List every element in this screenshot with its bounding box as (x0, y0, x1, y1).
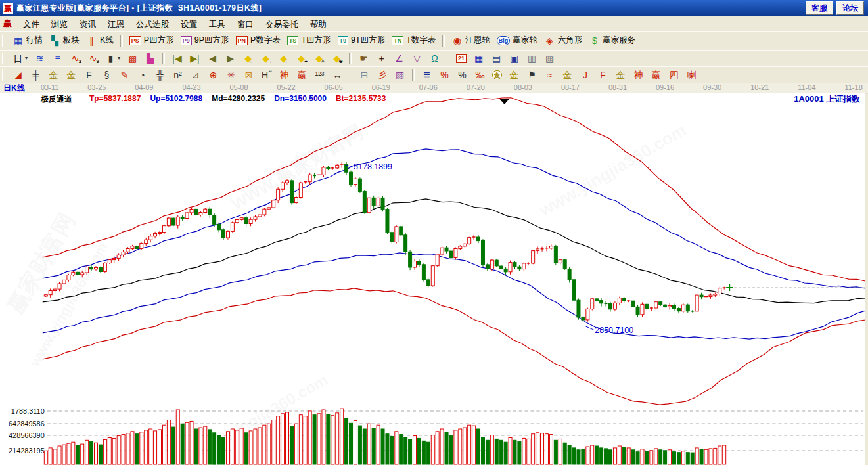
shen-diagonal-button[interactable]: 神 (629, 68, 647, 81)
quotes-button[interactable]: ▦行情 (9, 33, 46, 47)
wave-lines-button[interactable]: ≈ (541, 68, 559, 81)
percent-bars-button[interactable]: ‰ (471, 68, 489, 81)
percent-line-icon: % (439, 69, 450, 80)
toolbar-drag-handle[interactable] (2, 35, 5, 47)
menu-item-2[interactable]: 浏览 (45, 18, 74, 30)
time-cycle-button[interactable]: ◔ (133, 68, 151, 81)
f-line-button[interactable]: F (594, 68, 612, 81)
triangle-tool-button[interactable]: ⊿ (187, 68, 204, 81)
menu-item-5[interactable]: 公式选股 (130, 18, 175, 30)
width-arrows-button[interactable]: ↔ (329, 68, 346, 81)
angle-tool-button[interactable]: ◢ (9, 68, 27, 81)
f-grid-button[interactable]: F (80, 68, 98, 81)
compass-tool-button[interactable]: ⊕ (204, 68, 222, 81)
comb-ruler-button[interactable]: ╪ (27, 68, 45, 81)
menu-item-8[interactable]: 窗口 (231, 18, 260, 30)
zoom-right-button[interactable]: ◆→ (257, 51, 275, 65)
menu-item-7[interactable]: 工具 (203, 18, 231, 30)
spiral-tool-button[interactable]: § (98, 68, 116, 81)
flag-pen-button[interactable]: ⚑ (523, 68, 541, 81)
customer-service-button[interactable]: 客服 (806, 1, 833, 15)
si-diagonal-button[interactable]: 四 (665, 68, 683, 81)
next-page-button[interactable]: ▶ (221, 51, 239, 65)
zoom-left-button[interactable]: ◆← (239, 51, 257, 65)
p-square-button[interactable]: PSP四方形 (126, 33, 177, 47)
gold-circle-button[interactable]: 金 (489, 69, 505, 81)
notes-button[interactable]: ▤ (488, 51, 505, 65)
kline-button[interactable]: ∥K线 (83, 33, 117, 47)
matrix-board-button[interactable]: ≋ (31, 51, 49, 65)
p-number-table-button[interactable]: PNP数字表 (233, 33, 284, 47)
gold-diagonal-button[interactable]: 金 (612, 68, 629, 81)
hand-tool-button[interactable]: ☛ (355, 51, 373, 65)
9t-square-button[interactable]: T99T四方形 (334, 33, 389, 47)
menu-item-10[interactable]: 帮助 (304, 18, 332, 30)
winner-service-button[interactable]: $赢家服务 (585, 33, 639, 47)
ratio-bars-button[interactable]: ≣ (418, 68, 436, 81)
gann-wheel-button[interactable]: ◉江恩轮 (448, 33, 493, 47)
t-square-button[interactable]: TST四方形 (284, 33, 334, 47)
remote-pc-button[interactable]: ▧ (541, 51, 559, 65)
minute-3-button[interactable]: ∿3 (66, 51, 84, 65)
volume-bar (226, 432, 229, 464)
h-marks-button[interactable]: H˝ (258, 68, 275, 81)
red-grid-button[interactable]: ▩ (124, 51, 141, 65)
price-chart[interactable]: 赢家财富网www.yingjia360.comwww.赢家财富网www.ying… (0, 93, 865, 465)
n-square-button[interactable]: n² (169, 68, 187, 81)
gold-lines-button[interactable]: 金 (505, 68, 523, 81)
menu-item-1[interactable]: 文件 (17, 18, 45, 30)
j-line-button[interactable]: J (576, 68, 594, 81)
gold-lines-2-button[interactable]: 金 (559, 68, 576, 81)
line-tool-button[interactable]: ∠ (390, 51, 408, 65)
menu-item-3[interactable]: 资讯 (74, 18, 102, 30)
info-panel-button[interactable]: ≡ (49, 51, 66, 65)
save-button[interactable]: ▣ (505, 51, 523, 65)
calculator-button[interactable]: ▦ (470, 51, 488, 65)
menu-item-4[interactable]: 江恩 (102, 18, 130, 30)
menu-item-9[interactable]: 交易委托 (260, 18, 304, 30)
rays-fan-button[interactable]: 彡 (373, 68, 391, 81)
tick-ruler-button[interactable]: ╬ (151, 68, 169, 81)
price-volume-chart-button[interactable]: ▙ (141, 51, 159, 65)
diag-grid-button[interactable]: ▨ (391, 68, 409, 81)
fan-tool-button[interactable]: ▽ (408, 51, 426, 65)
candle-style-button[interactable]: ▮▾ (102, 51, 124, 65)
sectors-button[interactable]: ▚板块 (46, 33, 83, 47)
zoom-reset-button[interactable]: ◆⊕ (328, 51, 346, 65)
marker-pen-button[interactable]: ✎ (116, 68, 133, 81)
horn-line-button[interactable]: 喇 (683, 68, 700, 81)
ying-diagonal-button[interactable]: 赢 (647, 68, 665, 81)
gann-gold-grid-button[interactable]: 金 (45, 68, 62, 81)
period-selector-button[interactable]: 日▾ (9, 51, 31, 65)
cycle-tool-button[interactable]: Ω (426, 51, 444, 65)
menu-item-6[interactable]: 设置 (175, 18, 203, 30)
ying-box-button[interactable]: 赢 (293, 68, 311, 81)
grid-123-button[interactable]: ¹²³ (311, 68, 329, 81)
winner-wheel-button[interactable]: Big赢家轮 (493, 33, 541, 47)
split-window-button[interactable]: ⊟ (355, 68, 373, 81)
zoom-all-button[interactable]: ◆✳ (310, 51, 328, 65)
volume-bar (277, 416, 280, 464)
toolbar-drag-handle[interactable] (2, 69, 5, 81)
x-grid-button[interactable]: ⊠ (240, 68, 258, 81)
last-page-button[interactable]: ▶| (186, 51, 204, 65)
star-grid-button[interactable]: ✳ (222, 68, 240, 81)
prev-page-button[interactable]: ◀ (204, 51, 221, 65)
shen-box-button[interactable]: 神 (275, 68, 293, 81)
gann-gold-grid-2-button[interactable]: 金 (62, 68, 80, 81)
toolbar-drag-handle[interactable] (2, 53, 5, 64)
9p-square-button[interactable]: P99P四方形 (177, 33, 233, 47)
zoom-in-button[interactable]: ◆+ (292, 51, 310, 65)
first-page-button[interactable]: |◀ (168, 51, 186, 65)
zoom-horizontal-button[interactable]: ◆↔ (275, 51, 292, 65)
t-number-table-button[interactable]: TNT数字表 (388, 33, 439, 47)
minute-9-button[interactable]: ∿9 (84, 51, 102, 65)
crosshair-tool-button[interactable]: ＋ (373, 51, 390, 65)
volume-bar (672, 452, 675, 464)
percent-button[interactable]: % (453, 68, 471, 81)
pc-search-button[interactable]: ▥ (523, 51, 541, 65)
calendar-button[interactable]: 21 (453, 53, 470, 64)
percent-line-button[interactable]: % (436, 68, 453, 81)
forum-button[interactable]: 论坛 (836, 1, 864, 15)
hexagon-button[interactable]: ◈六角形 (541, 33, 586, 47)
